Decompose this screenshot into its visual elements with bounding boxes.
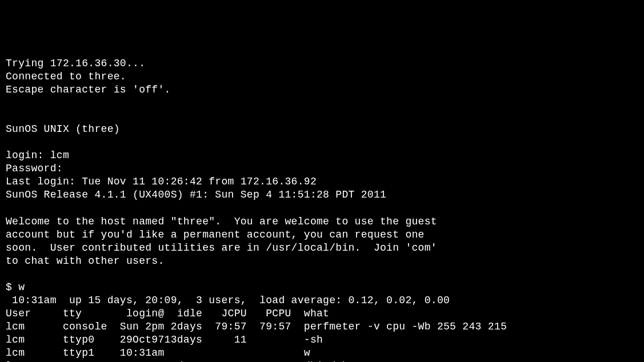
motd-line: account but if you'd like a permanent ac…: [6, 228, 638, 242]
system-banner: SunOS UNIX (three): [6, 123, 638, 136]
w-summary: 10:31am up 15 days, 20:09, 3 users, load…: [6, 294, 638, 307]
w-row: lcm console Sun 2pm 2days 79:57 79:57 pe…: [6, 320, 638, 333]
password-prompt: Password:: [6, 162, 638, 175]
blank-line: [6, 96, 638, 110]
motd-line: soon. User contributed utilities are in …: [6, 242, 638, 255]
blank-line: [6, 202, 638, 215]
w-row: lcm ttyp0 29Oct9713days 11 -sh: [6, 333, 638, 347]
last-login: Last login: Tue Nov 11 10:26:42 from 172…: [6, 175, 638, 188]
blank-line: [6, 268, 638, 281]
release-info: SunOS Release 4.1.1 (UX400S) #1: Sun Sep…: [6, 188, 638, 202]
motd-line: to chat with other users.: [6, 255, 638, 268]
login-prompt: login: lcm: [6, 149, 638, 162]
motd-line: Welcome to the host named "three". You a…: [6, 215, 638, 228]
command-entry: $ w: [6, 281, 638, 294]
terminal-output[interactable]: Trying 172.16.36.30...Connected to three…: [6, 57, 638, 362]
w-row: lcm ttyp2 Sun 2pm 2days 1 1 /bin/sh: [6, 360, 638, 362]
connection-escape: Escape character is 'off'.: [6, 83, 638, 96]
blank-line: [6, 110, 638, 123]
w-header: User tty login@ idle JCPU PCPU what: [6, 307, 638, 320]
blank-line: [6, 136, 638, 149]
connection-connected: Connected to three.: [6, 70, 638, 83]
w-row: lcm ttyp1 10:31am w: [6, 347, 638, 360]
connection-trying: Trying 172.16.36.30...: [6, 57, 638, 70]
